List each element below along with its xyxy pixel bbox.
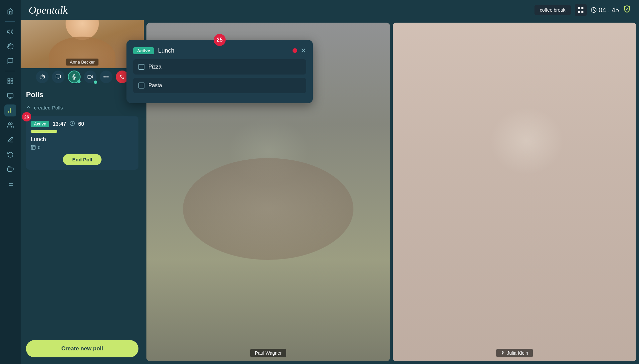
end-poll-button[interactable]: End Poll [63,154,102,165]
sidebar-item-poll[interactable] [4,104,16,116]
poll-card-header: Active 13:47 60 [31,121,134,127]
poll-option-pizza[interactable]: Pizza [133,59,306,75]
sidebar-item-pen[interactable] [4,134,16,146]
pizza-checkbox[interactable] [138,64,144,70]
timer-text: 04 : 45 [599,6,619,14]
svg-rect-32 [88,75,91,78]
svg-rect-1 [8,79,10,81]
sidebar-divider-1 [5,21,15,22]
modal-poll-title: Lunch [158,47,174,54]
sidebar-item-volume[interactable] [4,26,16,38]
julia-name-text: Julia Klein [507,350,528,356]
modal-badge-25: 25 [214,34,226,46]
poll-participant-count: 60 [78,121,84,127]
poll-timer: 13:47 [53,121,66,127]
poll-modal-left: Active Lunch [133,47,174,54]
svg-rect-34 [31,145,35,149]
anna-name-label: Anna Becker [66,59,99,66]
mic-button[interactable] [68,71,81,83]
svg-marker-0 [8,30,10,34]
svg-point-11 [8,123,11,125]
modal-right-controls: ✕ [293,47,306,55]
recording-indicator [293,48,297,53]
pizza-label: Pizza [148,64,161,70]
poll-modal: 25 Active Lunch ✕ Pizza Pasta [126,40,313,103]
svg-rect-4 [11,82,13,84]
clock-icon [70,121,75,127]
svg-marker-31 [91,76,93,78]
poll-responses: 0 [31,145,134,150]
poll-option-pasta[interactable]: Pasta [133,78,306,93]
sidebar-item-hand[interactable] [4,40,16,52]
more-options-button[interactable]: ••• [100,71,112,83]
coffee-break-button[interactable]: coffee break [534,5,571,15]
sidebar-item-screen[interactable] [4,90,16,102]
svg-rect-23 [578,11,580,13]
poll-modal-header: Active Lunch ✕ [133,47,306,55]
chevron-up-icon [26,104,31,111]
poll-badge-number: 26 [22,112,31,121]
poll-name: Lunch [31,136,134,143]
topbar: Opentalk coffee break 04 : 45 [21,0,639,20]
sidebar-item-list[interactable] [4,178,16,190]
shield-icon [623,5,631,15]
pasta-checkbox[interactable] [138,83,144,89]
sidebar-divider-2 [5,71,15,71]
paul-name-text: Paul Wagner [255,350,282,356]
created-polls-label: created Polls [34,105,63,110]
camera-button[interactable] [84,71,97,83]
sidebar-item-history[interactable] [4,148,16,160]
poll-progress-bar [31,130,57,133]
polls-section: Polls created Polls 26 Active 13:47 60 L… [21,85,144,175]
pasta-label: Pasta [148,83,162,89]
sidebar-item-grid[interactable] [4,75,16,87]
julia-video-tile: 🎙 Julia Klein [393,23,636,361]
julia-mic-icon: 🎙 [501,351,505,355]
timer-display: 04 : 45 [591,6,619,14]
grid-view-button[interactable] [575,4,587,16]
svg-rect-22 [581,7,583,9]
sidebar-item-chat[interactable] [4,55,16,67]
modal-close-button[interactable]: ✕ [301,47,306,55]
poll-card: 26 Active 13:47 60 Lunch 0 End Poll [26,116,138,170]
julia-name-badge: 🎙 Julia Klein [496,349,533,357]
sidebar-item-coffee[interactable] [4,163,16,175]
svg-rect-5 [8,93,13,97]
sidebar-item-users[interactable] [4,119,16,131]
topbar-right: coffee break 04 : 45 [534,4,631,16]
screen-share-button[interactable] [52,71,65,83]
active-status-badge: Active [31,121,49,127]
sidebar [0,0,21,364]
svg-rect-26 [56,75,60,78]
polls-title: Polls [26,91,138,99]
paul-name-badge: Paul Wagner [250,349,286,357]
controls-bar: ••• [21,68,144,86]
poll-response-count: 0 [38,145,40,150]
svg-rect-2 [11,79,13,81]
svg-rect-24 [581,11,583,13]
svg-rect-3 [8,82,10,84]
hand-raise-button[interactable] [36,71,49,83]
sidebar-item-home[interactable] [4,5,16,17]
svg-rect-21 [578,7,580,9]
created-polls-header[interactable]: created Polls [26,104,138,111]
app-logo: Opentalk [29,4,68,16]
modal-active-badge: Active [133,47,154,54]
create-poll-button[interactable]: Create new poll [26,340,138,357]
